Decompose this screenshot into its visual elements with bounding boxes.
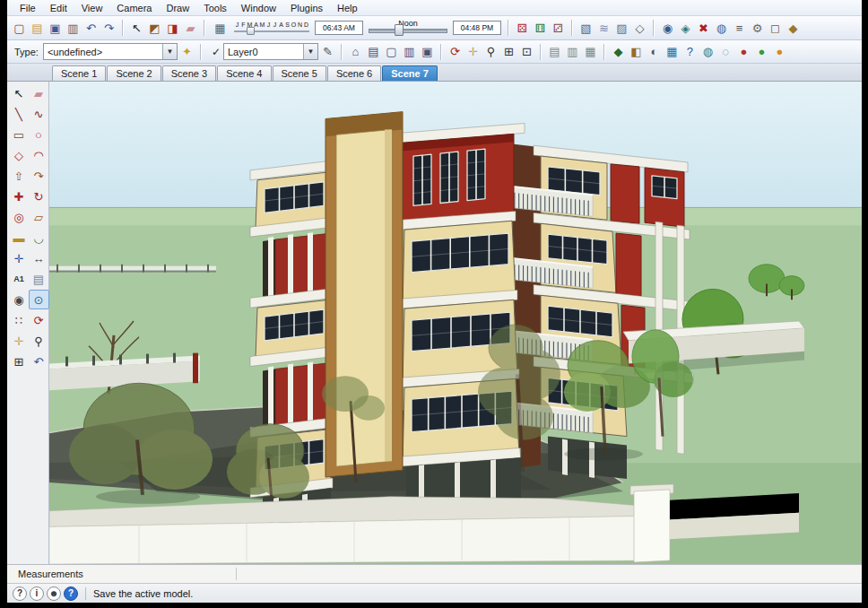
zoom-extents-tool[interactable]: ⊞ bbox=[9, 352, 30, 371]
back-view-icon[interactable]: ▣ bbox=[419, 43, 436, 60]
building-model[interactable] bbox=[250, 112, 693, 539]
sunrise-time-field[interactable]: 06:43 AM bbox=[315, 21, 363, 35]
shadow-time-slider[interactable]: Noon bbox=[367, 19, 449, 37]
paint-bucket-icon[interactable]: ◨ bbox=[164, 20, 181, 37]
zoom-extents-icon[interactable]: ⊡ bbox=[518, 43, 535, 60]
orbit-icon[interactable]: ⟳ bbox=[447, 43, 464, 60]
dice-red-icon[interactable]: ⚄ bbox=[514, 20, 531, 37]
model-box-icon[interactable]: ◻ bbox=[767, 20, 784, 37]
model-viewport[interactable] bbox=[49, 82, 862, 564]
sunset-time-field[interactable]: 04:48 PM bbox=[453, 21, 501, 35]
pan-tool[interactable]: ✛ bbox=[9, 331, 30, 351]
scene-tab-5[interactable]: Scene 5 bbox=[273, 65, 326, 81]
save-icon[interactable]: ▣ bbox=[47, 20, 64, 37]
styles-icon[interactable]: ◐ bbox=[646, 43, 663, 60]
scale-tool[interactable]: ▱ bbox=[29, 207, 49, 227]
previous-view-tool[interactable]: ↶ bbox=[29, 352, 49, 371]
dice-green-icon[interactable]: ⚅ bbox=[532, 20, 549, 37]
text-tool[interactable]: A1 bbox=[9, 269, 30, 289]
position-camera-tool[interactable]: ◉ bbox=[9, 290, 30, 309]
instructor-help-icon[interactable]: ? bbox=[64, 586, 78, 601]
menu-help[interactable]: Help bbox=[330, 1, 365, 15]
menu-window[interactable]: Window bbox=[234, 1, 283, 15]
red-dot-icon[interactable]: ● bbox=[735, 43, 752, 60]
section-plane-tool[interactable]: ▤ bbox=[29, 269, 49, 289]
tape-measure-tool[interactable]: ▬ bbox=[9, 228, 30, 248]
shadow-date-slider[interactable]: JFMAMJJASOND bbox=[232, 21, 311, 35]
animation-icon[interactable]: ◈ bbox=[677, 20, 694, 37]
dimensions-tool[interactable]: ↔ bbox=[29, 248, 49, 268]
orbit-tool[interactable]: ⟳ bbox=[29, 310, 49, 330]
menu-draw[interactable]: Draw bbox=[159, 1, 196, 15]
zoom-window-icon[interactable]: ⊞ bbox=[500, 43, 517, 60]
top-view-icon[interactable]: ▤ bbox=[365, 43, 382, 60]
freehand-tool[interactable]: ∿ bbox=[29, 104, 49, 124]
scene-tab-3[interactable]: Scene 3 bbox=[162, 65, 216, 81]
iso-view-icon[interactable]: ⌂ bbox=[347, 43, 364, 60]
geo-location-icon[interactable]: ◍ bbox=[713, 20, 730, 37]
scene-tab-2[interactable]: Scene 2 bbox=[107, 65, 161, 81]
layers-list-icon[interactable]: ≡ bbox=[731, 20, 748, 37]
circle-tool[interactable]: ○ bbox=[29, 125, 49, 144]
arc-tool[interactable]: ◠ bbox=[29, 145, 49, 165]
components-icon[interactable]: ◆ bbox=[610, 43, 627, 60]
model-canvas[interactable] bbox=[49, 82, 862, 564]
layer-dropdown-arrow[interactable]: ▼ bbox=[303, 44, 317, 59]
help-icon[interactable]: ? bbox=[13, 586, 27, 601]
side-view-icon[interactable]: ▥ bbox=[401, 43, 418, 60]
axes-tool[interactable]: ✛ bbox=[9, 248, 30, 268]
green-dot-icon[interactable]: ● bbox=[753, 43, 770, 60]
section-cut-icon[interactable]: ▦ bbox=[582, 43, 599, 60]
xray-icon[interactable]: ▨ bbox=[613, 20, 630, 37]
select-icon[interactable]: ↖ bbox=[128, 20, 145, 37]
user-icon[interactable]: ☻ bbox=[47, 586, 61, 601]
look-around-tool[interactable]: ⊙ bbox=[29, 290, 49, 309]
time-slider-handle[interactable] bbox=[395, 24, 404, 36]
tag-icon[interactable]: ◆ bbox=[785, 20, 802, 37]
instructor-icon[interactable]: ? bbox=[681, 43, 699, 60]
scene-tab-1[interactable]: Scene 1 bbox=[52, 65, 106, 81]
menu-view[interactable]: View bbox=[74, 1, 110, 15]
details-icon[interactable]: ✦ bbox=[178, 43, 195, 60]
solid-union-icon[interactable]: ◍ bbox=[699, 43, 716, 60]
scenes-manager-icon[interactable]: ▦ bbox=[664, 43, 681, 60]
date-slider-handle[interactable] bbox=[247, 27, 255, 35]
select-tool[interactable]: ↖ bbox=[9, 83, 30, 103]
print-icon[interactable]: ▥ bbox=[65, 20, 82, 37]
scene-tab-7[interactable]: Scene 7 bbox=[382, 65, 438, 81]
menu-plugins[interactable]: Plugins bbox=[283, 1, 330, 15]
dice-white-icon[interactable]: ⚂ bbox=[550, 20, 567, 37]
zoom-tool[interactable]: ⚲ bbox=[29, 331, 49, 351]
shadow-settings-icon[interactable]: ▦ bbox=[212, 20, 229, 37]
type-combobox[interactable]: <undefined> ▼ bbox=[43, 43, 178, 60]
push-pull-tool[interactable]: ⇧ bbox=[9, 166, 30, 186]
fog-icon[interactable]: ≋ bbox=[595, 20, 612, 37]
edge-style-icon[interactable]: ◇ bbox=[631, 20, 648, 37]
menu-tools[interactable]: Tools bbox=[196, 1, 234, 15]
offset-tool[interactable]: ◎ bbox=[9, 207, 30, 227]
move-tool[interactable]: ✚ bbox=[9, 187, 30, 206]
scene-tab-4[interactable]: Scene 4 bbox=[217, 65, 271, 81]
erase-icon[interactable]: ▰ bbox=[182, 20, 199, 37]
delete-scene-icon[interactable]: ✖ bbox=[695, 20, 712, 37]
new-icon[interactable]: ▢ bbox=[11, 20, 28, 37]
building-center-block[interactable] bbox=[399, 123, 525, 510]
protractor-tool[interactable]: ◡ bbox=[29, 228, 49, 248]
shadow-toggle-icon[interactable]: ▧ bbox=[577, 20, 595, 37]
menu-file[interactable]: File bbox=[13, 1, 43, 15]
type-dropdown-arrow[interactable]: ▼ bbox=[162, 44, 177, 59]
pencil-icon[interactable]: ✎ bbox=[319, 43, 336, 60]
make-component-icon[interactable]: ◩ bbox=[146, 20, 163, 37]
menu-edit[interactable]: Edit bbox=[43, 1, 74, 15]
materials-icon[interactable]: ◧ bbox=[628, 43, 645, 60]
info-icon[interactable]: i bbox=[30, 586, 44, 601]
eraser-tool[interactable]: ▰ bbox=[29, 83, 49, 103]
solid-subtract-icon[interactable]: ◌ bbox=[717, 43, 734, 60]
building-core-tower[interactable] bbox=[326, 112, 403, 477]
redo-icon[interactable]: ↷ bbox=[100, 20, 117, 37]
rotate-tool[interactable]: ↻ bbox=[29, 187, 49, 206]
open-icon[interactable]: ▤ bbox=[29, 20, 46, 37]
pan-icon[interactable]: ✛ bbox=[464, 43, 482, 60]
menu-camera[interactable]: Camera bbox=[109, 1, 159, 15]
layer-combobox[interactable]: Layer0 ▼ bbox=[223, 43, 318, 60]
